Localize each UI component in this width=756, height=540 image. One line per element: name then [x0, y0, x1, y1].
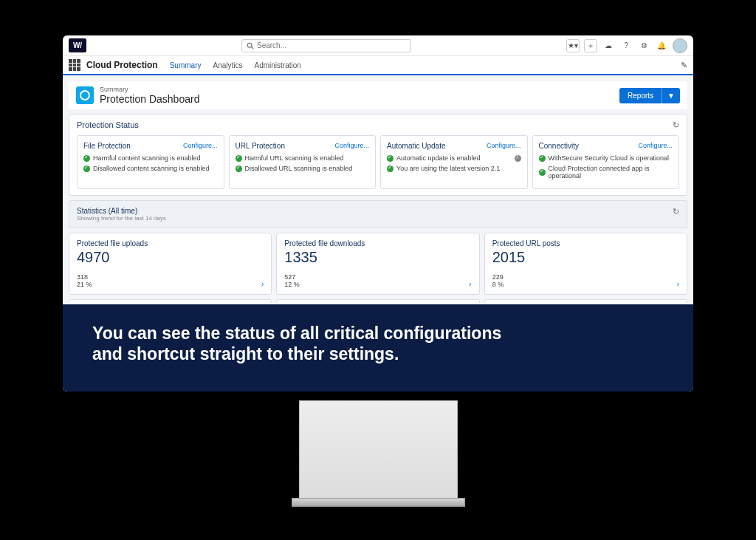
- app-launcher-icon[interactable]: [69, 59, 80, 71]
- svg-point-0: [247, 43, 252, 47]
- page-title: Protection Dashboard: [100, 93, 199, 105]
- topbar: W/ Search... ★▾ ＋ ☁ ? ⚙ 🔔: [63, 35, 693, 56]
- check-icon: [387, 155, 394, 162]
- refresh-icon[interactable]: ↻: [673, 207, 679, 216]
- app-logo: W/: [69, 38, 86, 52]
- check-icon: [387, 165, 394, 172]
- check-icon: [83, 155, 90, 162]
- status-card-file-protection: File Protection Configure... Harmful con…: [77, 135, 224, 189]
- gear-icon[interactable]: ⚙: [637, 39, 650, 52]
- check-icon: [539, 155, 546, 162]
- stat-card-users[interactable]: Users 100protected 0unprotected: [484, 299, 687, 303]
- global-search-input[interactable]: Search...: [241, 39, 411, 52]
- avatar[interactable]: [673, 38, 687, 53]
- reports-button[interactable]: Reports: [619, 88, 662, 103]
- add-button[interactable]: ＋: [584, 39, 597, 52]
- svg-line-1: [251, 47, 253, 49]
- stat-card-url-posts[interactable]: Protected URL posts 2015 2298 % ›: [484, 233, 687, 295]
- configure-link[interactable]: Configure...: [638, 142, 673, 149]
- info-icon[interactable]: [515, 155, 521, 162]
- stat-card-file-downloads[interactable]: Protected file downloads 1335 52712 % ›: [276, 233, 479, 295]
- search-icon: [247, 42, 254, 49]
- cloud-icon[interactable]: ☁: [602, 39, 615, 52]
- page-header: Summary Protection Dashboard Reports ▼: [69, 81, 687, 109]
- tab-administration[interactable]: Administration: [254, 57, 300, 74]
- configure-link[interactable]: Configure...: [334, 142, 369, 149]
- favorites-button[interactable]: ★▾: [566, 39, 580, 52]
- edit-icon[interactable]: ✎: [681, 61, 687, 70]
- reports-dropdown-button[interactable]: ▼: [662, 88, 680, 103]
- bell-icon[interactable]: 🔔: [655, 39, 668, 52]
- stat-card-url-clicks[interactable]: Protected URL clicks 1775 189: [69, 299, 272, 303]
- configure-link[interactable]: Configure...: [183, 142, 218, 149]
- stat-card-file-uploads[interactable]: Protected file uploads 4970 31821 % ›: [69, 233, 272, 295]
- chevron-right-icon: ›: [261, 280, 264, 288]
- check-icon: [236, 165, 242, 172]
- chevron-right-icon: ›: [469, 280, 471, 288]
- navbar: Cloud Protection Summary Analytics Admin…: [63, 56, 693, 75]
- status-card-connectivity: Connectivity Configure... WithSecure Sec…: [532, 135, 680, 189]
- dashboard-icon: [76, 86, 94, 104]
- protection-status-title: Protection Status: [77, 120, 679, 129]
- monitor-base: [292, 498, 465, 507]
- help-icon[interactable]: ?: [619, 39, 633, 52]
- monitor-screen: W/ Search... ★▾ ＋ ☁ ? ⚙ 🔔 Cloud Protecti…: [63, 35, 693, 392]
- app-title: Cloud Protection: [86, 60, 158, 70]
- configure-link[interactable]: Configure...: [487, 142, 521, 149]
- monitor-stand: [299, 400, 458, 500]
- check-icon: [83, 165, 90, 172]
- status-card-automatic-update: Automatic Update Configure... Automatic …: [380, 135, 528, 189]
- stat-card-threat-events[interactable]: Threat intelligence events 13175 289: [276, 299, 479, 303]
- tab-summary[interactable]: Summary: [170, 57, 202, 75]
- refresh-icon[interactable]: ↻: [673, 120, 679, 130]
- info-banner: You can see the status of all critical c…: [63, 304, 693, 392]
- status-card-url-protection: URL Protection Configure... Harmful URL …: [229, 135, 377, 189]
- check-icon: [539, 169, 546, 176]
- protection-status-panel: Protection Status ↻ File Protection Conf…: [69, 114, 687, 196]
- check-icon: [236, 155, 242, 162]
- chevron-right-icon: ›: [677, 280, 679, 288]
- content-area: Summary Protection Dashboard Reports ▼ P…: [63, 75, 693, 303]
- breadcrumb: Summary: [100, 86, 199, 93]
- tab-analytics[interactable]: Analytics: [213, 57, 242, 74]
- statistics-header: Statistics (All time) Showing trend for …: [69, 200, 687, 228]
